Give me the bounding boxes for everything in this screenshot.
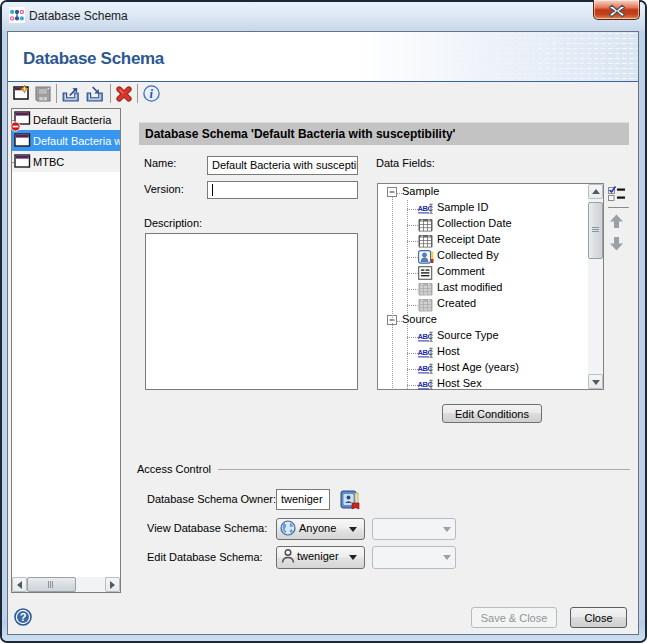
- svg-text:?: ?: [20, 611, 27, 623]
- svg-text:i: i: [149, 87, 153, 101]
